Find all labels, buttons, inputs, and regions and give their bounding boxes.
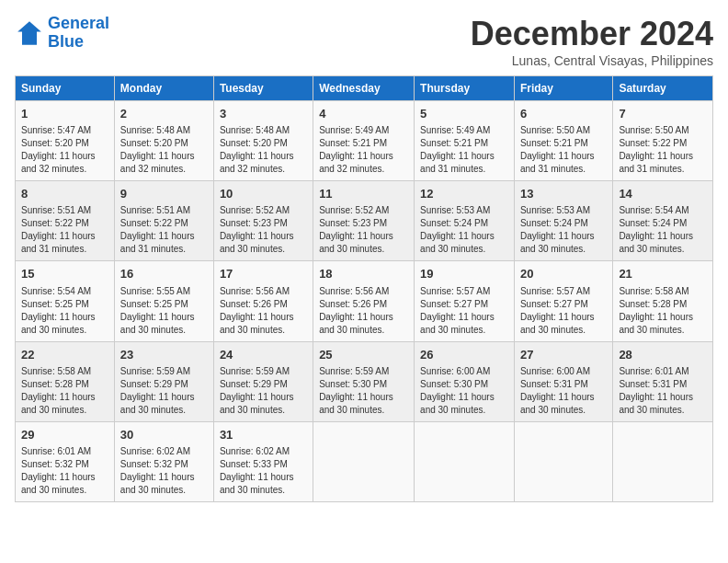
day-info: Sunrise: 6:00 AM Sunset: 5:31 PM Dayligh… xyxy=(520,365,607,417)
day-info: Sunrise: 5:57 AM Sunset: 5:27 PM Dayligh… xyxy=(520,285,607,337)
calendar-cell xyxy=(313,421,415,501)
logo-text: General Blue xyxy=(48,15,109,52)
calendar-cell: 1Sunrise: 5:47 AM Sunset: 5:20 PM Daylig… xyxy=(16,101,115,181)
calendar-cell: 8Sunrise: 5:51 AM Sunset: 5:22 PM Daylig… xyxy=(16,181,115,261)
day-number: 2 xyxy=(120,106,208,122)
calendar-cell: 11Sunrise: 5:52 AM Sunset: 5:23 PM Dayli… xyxy=(313,181,415,261)
week-row-5: 29Sunrise: 6:01 AM Sunset: 5:32 PM Dayli… xyxy=(16,421,713,501)
calendar-cell: 14Sunrise: 5:54 AM Sunset: 5:24 PM Dayli… xyxy=(613,181,713,261)
day-number: 20 xyxy=(520,266,607,282)
calendar-cell: 12Sunrise: 5:53 AM Sunset: 5:24 PM Dayli… xyxy=(415,181,515,261)
calendar-cell: 22Sunrise: 5:58 AM Sunset: 5:28 PM Dayli… xyxy=(16,341,115,421)
day-info: Sunrise: 5:49 AM Sunset: 5:21 PM Dayligh… xyxy=(420,124,508,176)
calendar-cell: 4Sunrise: 5:49 AM Sunset: 5:21 PM Daylig… xyxy=(313,101,415,181)
calendar-cell: 19Sunrise: 5:57 AM Sunset: 5:27 PM Dayli… xyxy=(415,261,515,341)
day-info: Sunrise: 5:53 AM Sunset: 5:24 PM Dayligh… xyxy=(520,204,607,256)
day-number: 15 xyxy=(21,266,108,282)
day-number: 25 xyxy=(319,347,408,363)
calendar-cell: 7Sunrise: 5:50 AM Sunset: 5:22 PM Daylig… xyxy=(613,101,713,181)
day-number: 18 xyxy=(319,266,408,282)
day-info: Sunrise: 5:50 AM Sunset: 5:22 PM Dayligh… xyxy=(619,124,707,176)
calendar-cell: 5Sunrise: 5:49 AM Sunset: 5:21 PM Daylig… xyxy=(415,101,515,181)
day-info: Sunrise: 5:47 AM Sunset: 5:20 PM Dayligh… xyxy=(21,124,108,176)
calendar-cell: 31Sunrise: 6:02 AM Sunset: 5:33 PM Dayli… xyxy=(213,421,313,501)
calendar-cell: 27Sunrise: 6:00 AM Sunset: 5:31 PM Dayli… xyxy=(514,341,612,421)
day-info: Sunrise: 5:50 AM Sunset: 5:21 PM Dayligh… xyxy=(520,124,607,176)
day-number: 31 xyxy=(220,427,307,443)
calendar-cell xyxy=(514,421,612,501)
calendar-cell xyxy=(613,421,713,501)
day-info: Sunrise: 5:52 AM Sunset: 5:23 PM Dayligh… xyxy=(319,204,408,256)
day-number: 26 xyxy=(420,347,508,363)
day-info: Sunrise: 5:48 AM Sunset: 5:20 PM Dayligh… xyxy=(220,124,307,176)
week-row-3: 15Sunrise: 5:54 AM Sunset: 5:25 PM Dayli… xyxy=(16,261,713,341)
day-info: Sunrise: 5:58 AM Sunset: 5:28 PM Dayligh… xyxy=(619,285,707,337)
week-row-1: 1Sunrise: 5:47 AM Sunset: 5:20 PM Daylig… xyxy=(16,101,713,181)
day-number: 13 xyxy=(520,186,607,202)
calendar-cell xyxy=(415,421,515,501)
day-number: 14 xyxy=(619,186,707,202)
day-info: Sunrise: 6:01 AM Sunset: 5:32 PM Dayligh… xyxy=(21,445,108,497)
day-info: Sunrise: 6:02 AM Sunset: 5:32 PM Dayligh… xyxy=(120,445,208,497)
calendar-cell: 16Sunrise: 5:55 AM Sunset: 5:25 PM Dayli… xyxy=(114,261,213,341)
day-info: Sunrise: 5:51 AM Sunset: 5:22 PM Dayligh… xyxy=(120,204,208,256)
day-info: Sunrise: 5:51 AM Sunset: 5:22 PM Dayligh… xyxy=(21,204,108,256)
calendar-cell: 23Sunrise: 5:59 AM Sunset: 5:29 PM Dayli… xyxy=(114,341,213,421)
day-number: 3 xyxy=(220,106,307,122)
day-info: Sunrise: 5:56 AM Sunset: 5:26 PM Dayligh… xyxy=(220,285,307,337)
day-info: Sunrise: 5:58 AM Sunset: 5:28 PM Dayligh… xyxy=(21,365,108,417)
calendar-cell: 21Sunrise: 5:58 AM Sunset: 5:28 PM Dayli… xyxy=(613,261,713,341)
calendar-cell: 2Sunrise: 5:48 AM Sunset: 5:20 PM Daylig… xyxy=(114,101,213,181)
day-info: Sunrise: 6:01 AM Sunset: 5:31 PM Dayligh… xyxy=(619,365,707,417)
calendar-cell: 28Sunrise: 6:01 AM Sunset: 5:31 PM Dayli… xyxy=(613,341,713,421)
header-cell-saturday: Saturday xyxy=(613,76,713,101)
calendar-cell: 18Sunrise: 5:56 AM Sunset: 5:26 PM Dayli… xyxy=(313,261,415,341)
day-number: 7 xyxy=(619,106,707,122)
calendar-cell: 17Sunrise: 5:56 AM Sunset: 5:26 PM Dayli… xyxy=(213,261,313,341)
calendar-cell: 15Sunrise: 5:54 AM Sunset: 5:25 PM Dayli… xyxy=(16,261,115,341)
logo-icon xyxy=(15,18,44,48)
svg-marker-0 xyxy=(17,21,41,45)
day-info: Sunrise: 5:53 AM Sunset: 5:24 PM Dayligh… xyxy=(420,204,508,256)
header-cell-wednesday: Wednesday xyxy=(313,76,415,101)
day-info: Sunrise: 5:55 AM Sunset: 5:25 PM Dayligh… xyxy=(120,285,208,337)
header-cell-sunday: Sunday xyxy=(16,76,115,101)
calendar-cell: 24Sunrise: 5:59 AM Sunset: 5:29 PM Dayli… xyxy=(213,341,313,421)
calendar-cell: 30Sunrise: 6:02 AM Sunset: 5:32 PM Dayli… xyxy=(114,421,213,501)
day-info: Sunrise: 5:59 AM Sunset: 5:29 PM Dayligh… xyxy=(220,365,307,417)
month-title: December 2024 xyxy=(471,15,713,53)
calendar-cell: 9Sunrise: 5:51 AM Sunset: 5:22 PM Daylig… xyxy=(114,181,213,261)
header-cell-monday: Monday xyxy=(114,76,213,101)
day-number: 1 xyxy=(21,106,108,122)
day-info: Sunrise: 5:59 AM Sunset: 5:30 PM Dayligh… xyxy=(319,365,408,417)
calendar-cell: 29Sunrise: 6:01 AM Sunset: 5:32 PM Dayli… xyxy=(16,421,115,501)
day-number: 11 xyxy=(319,186,408,202)
day-number: 5 xyxy=(420,106,508,122)
header-cell-thursday: Thursday xyxy=(415,76,515,101)
day-number: 21 xyxy=(619,266,707,282)
week-row-4: 22Sunrise: 5:58 AM Sunset: 5:28 PM Dayli… xyxy=(16,341,713,421)
logo: General Blue xyxy=(15,15,109,52)
day-number: 16 xyxy=(120,266,208,282)
day-number: 28 xyxy=(619,347,707,363)
day-info: Sunrise: 5:49 AM Sunset: 5:21 PM Dayligh… xyxy=(319,124,408,176)
day-info: Sunrise: 5:48 AM Sunset: 5:20 PM Dayligh… xyxy=(120,124,208,176)
header-row: SundayMondayTuesdayWednesdayThursdayFrid… xyxy=(16,76,713,101)
day-number: 17 xyxy=(220,266,307,282)
day-number: 12 xyxy=(420,186,508,202)
day-number: 23 xyxy=(120,347,208,363)
calendar-cell: 25Sunrise: 5:59 AM Sunset: 5:30 PM Dayli… xyxy=(313,341,415,421)
day-number: 22 xyxy=(21,347,108,363)
day-info: Sunrise: 5:54 AM Sunset: 5:25 PM Dayligh… xyxy=(21,285,108,337)
day-info: Sunrise: 5:52 AM Sunset: 5:23 PM Dayligh… xyxy=(220,204,307,256)
day-info: Sunrise: 6:00 AM Sunset: 5:30 PM Dayligh… xyxy=(420,365,508,417)
week-row-2: 8Sunrise: 5:51 AM Sunset: 5:22 PM Daylig… xyxy=(16,181,713,261)
calendar-cell: 26Sunrise: 6:00 AM Sunset: 5:30 PM Dayli… xyxy=(415,341,515,421)
day-number: 9 xyxy=(120,186,208,202)
page-header: General Blue December 2024 Lunas, Centra… xyxy=(15,15,713,68)
header-cell-tuesday: Tuesday xyxy=(213,76,313,101)
logo-line1: General xyxy=(48,14,109,32)
day-number: 10 xyxy=(220,186,307,202)
day-number: 19 xyxy=(420,266,508,282)
location: Lunas, Central Visayas, Philippines xyxy=(471,53,713,68)
